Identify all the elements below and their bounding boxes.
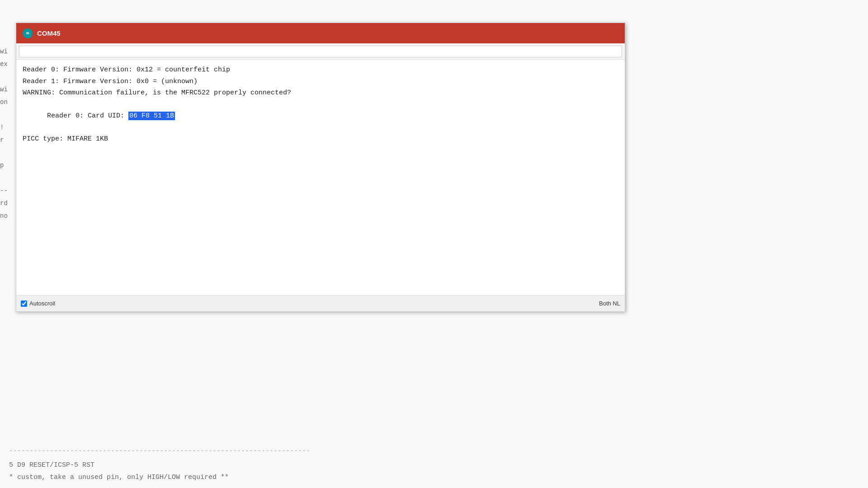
output-line-4: Reader 0: Card UID: 06 F8 51 1B xyxy=(23,99,618,134)
output-line-5: PICC type: MIFARE 1KB xyxy=(23,133,618,145)
serial-monitor-header: ∞ COM45 xyxy=(16,23,625,43)
autoscroll-text: Autoscroll xyxy=(29,300,55,307)
serial-input-field[interactable] xyxy=(19,46,622,57)
pin-labels-line: 5 D9 RESET/ICSP-5 RST xyxy=(9,459,859,471)
autoscroll-label[interactable]: Autoscroll xyxy=(21,300,55,307)
serial-output-area: Reader 0: Firmware Version: 0x12 = count… xyxy=(16,60,625,295)
output-line-2: Reader 1: Firmware Version: 0x0 = (unkno… xyxy=(23,76,618,88)
divider: ----------------------------------------… xyxy=(9,445,859,457)
bottom-code-area: ----------------------------------------… xyxy=(0,441,868,488)
serial-input-bar xyxy=(16,43,625,60)
baud-rate-display: Both NL xyxy=(599,300,620,307)
arduino-logo-icon: ∞ xyxy=(23,28,33,38)
note-line: * custom, take a unused pin, only HIGH/L… xyxy=(9,471,859,483)
serial-monitor-window: ∞ COM45 Reader 0: Firmware Version: 0x12… xyxy=(16,23,625,312)
highlighted-uid: 06 F8 51 1B xyxy=(128,112,175,120)
autoscroll-checkbox[interactable] xyxy=(21,300,27,307)
output-line-1: Reader 0: Firmware Version: 0x12 = count… xyxy=(23,64,618,76)
serial-monitor-footer: Autoscroll Both NL xyxy=(16,295,625,311)
window-title: COM45 xyxy=(37,29,61,37)
left-partial-text: wi ex wi on ! r p -- rd no xyxy=(0,45,18,222)
output-line-4-before: Reader 0: Card UID: xyxy=(47,112,128,120)
output-line-3: WARNING: Communication failure, is the M… xyxy=(23,87,618,99)
